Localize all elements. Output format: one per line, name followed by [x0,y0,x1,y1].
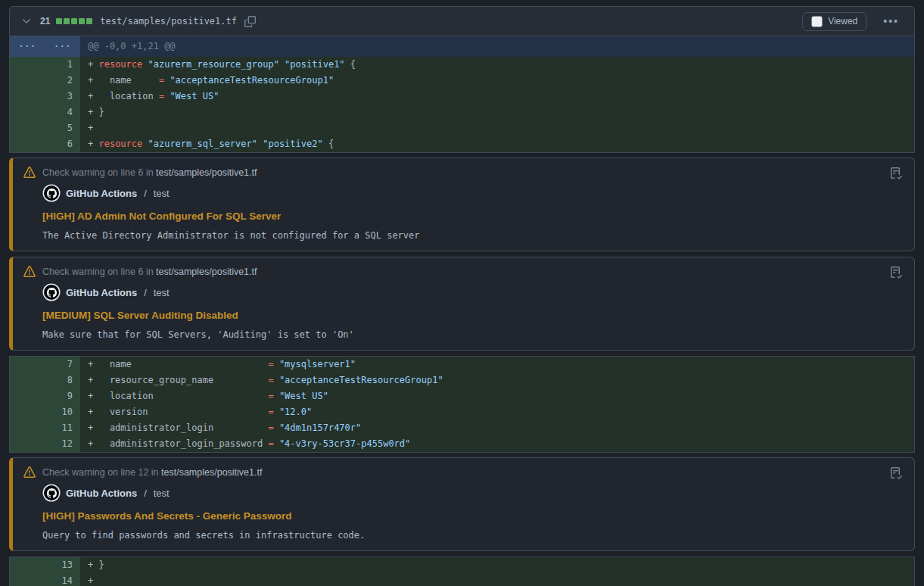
code-line-content: + administrator_login_password = "4-v3ry… [80,436,410,452]
code-line-content: + location = "West US" [80,89,219,104]
check-warning-annotation: Check warning on line 6 in test/samples/… [9,157,915,251]
checklist-button[interactable] [888,466,904,481]
line-number[interactable]: 14 [10,573,80,586]
line-number[interactable]: 5 [10,120,80,136]
diff-added-line: 13+ } [10,557,914,573]
check-tool-row: GitHub Actions / test [44,185,902,201]
code-line-content: + } [80,557,104,573]
hunk-gutter: ······ [10,36,80,57]
warning-header-row: Check warning on line 12 in test/samples… [23,466,902,478]
diff-added-line: 12+ administrator_login_password = "4-v3… [10,436,914,452]
viewed-checkbox[interactable] [811,16,823,27]
diff-added-line: 14+ [10,573,914,586]
diff-added-line: 2+ name = "acceptanceTestResourceGroup1" [10,73,914,89]
line-number[interactable]: 6 [10,136,80,152]
file-header: 21 test/samples/positive1.tf Viewed ••• [9,6,915,36]
github-octocat-icon [47,288,57,298]
checklist-button[interactable] [888,265,904,280]
collapse-file-button[interactable] [19,14,34,29]
file-diff-card: 21 test/samples/positive1.tf Viewed ••• … [9,6,915,586]
code-line-content: + resource "azurerm_resource_group" "pos… [80,57,356,73]
diff-added-line: 6+ resource "azurerm_sql_server" "positi… [10,136,914,152]
diff-added-line: 3+ location = "West US" [10,89,914,104]
line-number[interactable]: 12 [10,436,80,452]
code-line-content: + name = "acceptanceTestResourceGroup1" [80,73,334,89]
diff-added-line: 8+ resource_group_name = "acceptanceTest… [10,372,914,388]
alert-triangle-icon [23,167,36,179]
warning-location-text: Check warning on line 6 in test/samples/… [42,267,257,277]
line-number[interactable]: 7 [10,357,80,372]
code-line-content: + location = "West US" [80,388,328,404]
check-name: test [154,488,170,499]
line-number[interactable]: 1 [10,57,80,73]
alert-triangle-icon [23,466,36,478]
alert-triangle-icon [23,266,36,278]
code-line-content: + [80,120,93,136]
checklist-icon [890,267,902,279]
warning-header-row: Check warning on line 6 in test/samples/… [23,167,902,179]
tool-separator: / [144,188,147,199]
line-number[interactable]: 8 [10,372,80,388]
github-avatar [44,485,59,500]
diff-added-line: 5+ [10,120,914,136]
line-number[interactable]: 10 [10,404,80,420]
github-avatar [44,285,59,300]
line-number[interactable]: 13 [10,557,80,573]
line-number[interactable]: 9 [10,388,80,404]
copy-path-button[interactable] [243,14,257,29]
tool-separator: / [144,287,147,298]
code-line-content: + resource "azurerm_sql_server" "positiv… [80,136,334,152]
warning-description: The Active Directory Administrator is no… [42,230,902,241]
line-number[interactable]: 3 [10,89,80,104]
expand-hunk-button[interactable]: ··· [10,36,45,57]
hunk-header-row: ······@@ -0,0 +1,21 @@ [10,36,914,57]
diff-added-line: 10+ version = "12.0" [10,404,914,420]
tool-name[interactable]: GitHub Actions [66,287,137,298]
file-options-kebab-button[interactable]: ••• [877,15,905,27]
diff-added-line: 4+ } [10,104,914,120]
hunk-range-text: @@ -0,0 +1,21 @@ [80,36,176,57]
diff-added-line: 9+ location = "West US" [10,388,914,404]
checklist-icon [890,167,902,179]
warning-title: [MEDIUM] SQL Server Auditing Disabled [42,310,902,321]
warning-location-text: Check warning on line 6 in test/samples/… [42,167,257,178]
warning-description: Query to find passwords and secrets in i… [42,530,902,541]
github-octocat-icon [47,488,57,498]
tool-name[interactable]: GitHub Actions [66,188,137,199]
diff-added-line: 7+ name = "mysqlserver1" [10,357,914,372]
code-line-content: + } [80,104,104,120]
code-line-content: + name = "mysqlserver1" [80,357,356,372]
changes-count: 21 [40,16,50,26]
section-2: 7+ name = "mysqlserver1"8+ resource_grou… [9,356,915,453]
tool-name[interactable]: GitHub Actions [66,488,137,499]
line-number[interactable]: 11 [10,420,80,436]
section-1: ······@@ -0,0 +1,21 @@1+ resource "azure… [9,36,915,153]
warning-location-text: Check warning on line 12 in test/samples… [42,467,262,478]
tool-separator: / [144,488,147,499]
code-line-content: + version = "12.0" [80,404,312,420]
warning-title: [HIGH] AD Admin Not Configured For SQL S… [42,210,902,222]
checklist-icon [890,467,902,479]
diff-added-line: 11+ administrator_login = "4dm1n157r470r… [10,420,914,436]
line-number[interactable]: 2 [10,73,80,89]
kebab-icon: ••• [883,15,899,27]
warning-title: [HIGH] Passwords And Secrets - Generic P… [42,510,902,522]
viewed-toggle-button[interactable]: Viewed [802,12,866,31]
viewed-label: Viewed [828,16,857,26]
line-number[interactable]: 4 [10,104,80,120]
code-line-content: + [80,573,93,586]
code-line-content: + resource_group_name = "acceptanceTestR… [80,372,443,388]
check-tool-row: GitHub Actions / test [44,485,902,500]
check-name: test [154,188,170,199]
checklist-button[interactable] [888,166,904,181]
file-path-link[interactable]: test/samples/positive1.tf [100,16,237,26]
expand-hunk-button[interactable]: ··· [45,36,81,57]
github-octocat-icon [47,189,57,198]
check-name: test [154,287,170,298]
check-tool-row: GitHub Actions / test [44,285,902,300]
diffstat-squares [56,18,92,24]
github-avatar [44,185,59,201]
diff-body: ······@@ -0,0 +1,21 @@1+ resource "azure… [9,36,915,586]
section-3: 13+ }14+ [9,556,915,586]
warning-header-row: Check warning on line 6 in test/samples/… [23,266,902,278]
